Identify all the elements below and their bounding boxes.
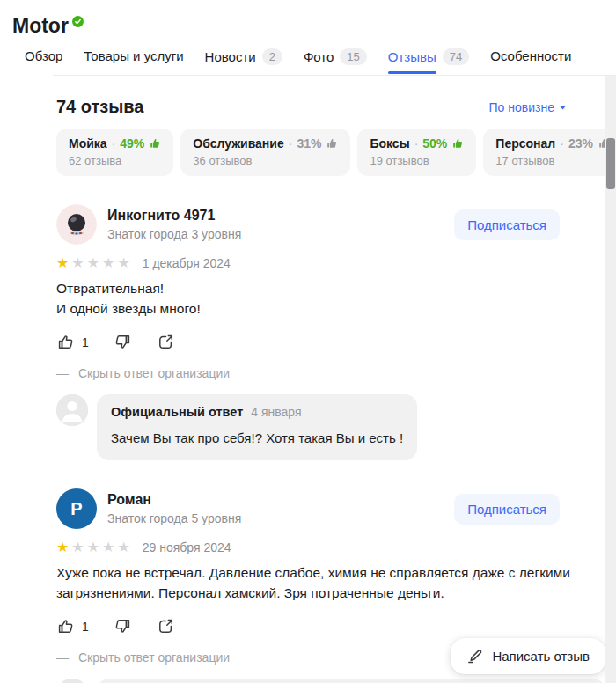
official-reply: Официальный ответ 4 января Зачем Вы так … — [56, 394, 605, 460]
official-reply-title: Официальный ответ — [111, 405, 243, 419]
thumbs-up-icon — [326, 137, 338, 150]
official-reply-box: Официальный ответ 4 января Зачем Вы так … — [97, 394, 417, 460]
chevron-down-icon — [559, 105, 567, 110]
scrollbar-thumb[interactable] — [606, 138, 615, 189]
review-author-level: Знаток города 5 уровня — [107, 511, 241, 525]
tab-products[interactable]: Товары и услуги — [84, 48, 183, 73]
star-icon: ★ — [87, 255, 102, 270]
review-card: Инкогнито 4971 Знаток города 3 уровня По… — [56, 204, 605, 460]
tab-photos[interactable]: Фото15 — [304, 48, 367, 75]
tab-features[interactable]: Особенности — [490, 48, 571, 73]
aspect-chip-staff[interactable]: Персонал·23% 17 отзывов — [483, 129, 605, 176]
organization-avatar — [56, 394, 88, 426]
aspect-chip-service[interactable]: Обслуживание·31% 36 отзывов — [180, 129, 350, 176]
follow-button[interactable]: Подписаться — [454, 209, 560, 240]
review-date: 1 декабря 2024 — [143, 256, 231, 270]
thumbs-up-icon — [451, 137, 464, 150]
write-review-button[interactable]: Написать отзыв — [451, 638, 605, 674]
thumbs-up-icon — [56, 333, 75, 351]
like-count: 1 — [82, 620, 89, 634]
follow-button[interactable]: Подписаться — [454, 494, 560, 525]
dislike-button[interactable] — [114, 333, 132, 351]
review-text: Хуже пока не встречал. Давление слабое, … — [56, 562, 583, 603]
tab-reviews[interactable]: Отзывы74 — [388, 48, 469, 75]
tab-badge: 74 — [443, 48, 469, 65]
review-text: Отвратительная! И одной звезды много! — [56, 278, 583, 319]
official-reply-text: Зачем Вы так про себя!? Хотя такая Вы и … — [111, 429, 403, 448]
share-button[interactable] — [157, 617, 175, 635]
reviews-panel: 74 отзыва По новизне Мойка·49% 62 отзыва… — [0, 76, 616, 683]
review-date: 29 ноября 2024 — [143, 540, 231, 554]
scrollbar-track[interactable] — [605, 76, 616, 683]
like-count: 1 — [82, 335, 89, 349]
tab-overview[interactable]: Обзор — [25, 48, 62, 73]
sort-label: По новизне — [489, 100, 554, 114]
star-icon: ★ — [117, 255, 132, 270]
official-reply-date: 4 января — [251, 405, 301, 419]
review-author-level: Знаток города 3 уровня — [107, 227, 241, 241]
thumbs-up-icon — [56, 617, 75, 635]
hide-reply-toggle[interactable]: — Скрыть ответ организации — [56, 366, 605, 380]
star-icon: ★ — [56, 255, 71, 270]
star-rating: ★★★★★ — [56, 256, 133, 270]
pencil-icon — [466, 648, 483, 665]
avatar — [56, 204, 97, 245]
star-icon: ★ — [87, 540, 102, 554]
star-icon: ★ — [56, 540, 71, 554]
share-icon — [157, 617, 175, 635]
organization-avatar — [56, 679, 88, 683]
thumbs-up-icon — [149, 137, 161, 150]
star-icon: ★ — [102, 540, 117, 554]
tab-news[interactable]: Новости2 — [205, 48, 282, 75]
sort-dropdown[interactable]: По новизне — [489, 100, 567, 114]
aspect-chip-washing[interactable]: Мойка·49% 62 отзыва — [56, 129, 173, 176]
collapse-dash: — — [56, 650, 69, 665]
review-author: Инкогнито 4971 — [107, 208, 241, 224]
thumbs-down-icon — [114, 333, 132, 351]
official-reply: Официальный ответ 3 декабря 2024 и как ж… — [56, 679, 605, 683]
avatar: Р — [56, 488, 97, 529]
official-reply-box: Официальный ответ 3 декабря 2024 и как ж… — [97, 679, 605, 683]
aspect-chip-boxes[interactable]: Боксы·50% 19 отзывов — [357, 129, 476, 176]
verified-badge-icon — [72, 15, 84, 26]
reviews-count-title: 74 отзыва — [56, 97, 144, 117]
page-title: Motor — [12, 14, 69, 37]
review-author: Роман — [107, 492, 241, 508]
tab-bar: Обзор Товары и услуги Новости2 Фото15 От… — [12, 48, 616, 75]
thumbs-down-icon — [114, 617, 132, 635]
thumbs-up-icon — [598, 137, 605, 150]
star-rating: ★★★★★ — [56, 540, 133, 554]
write-review-label: Написать отзыв — [492, 649, 590, 664]
like-button[interactable]: 1 — [56, 333, 89, 351]
tab-badge: 15 — [340, 48, 366, 65]
page-header: Motor Обзор Товары и услуги Новости2 Фот… — [0, 0, 616, 75]
dislike-button[interactable] — [114, 617, 132, 635]
star-icon: ★ — [117, 540, 132, 554]
collapse-dash: — — [56, 366, 69, 380]
aspect-filter-row: Мойка·49% 62 отзыва Обслуживание·31% 36 … — [56, 129, 605, 176]
share-button[interactable] — [157, 333, 175, 351]
share-icon — [157, 333, 175, 351]
tab-badge: 2 — [262, 48, 282, 65]
star-icon: ★ — [71, 540, 86, 554]
star-icon: ★ — [102, 255, 117, 270]
like-button[interactable]: 1 — [56, 617, 89, 635]
star-icon: ★ — [71, 255, 86, 270]
